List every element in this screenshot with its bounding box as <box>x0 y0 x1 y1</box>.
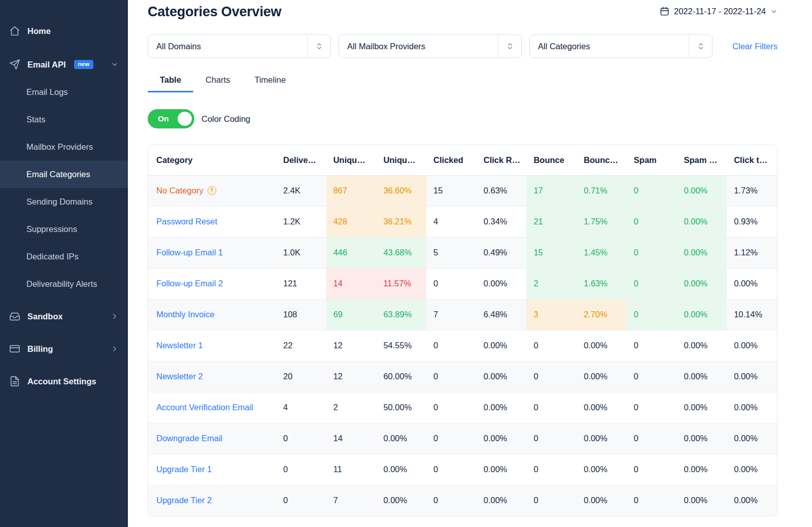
metric-cell: 1.63% <box>577 268 627 299</box>
home-icon <box>9 25 20 37</box>
email-api-subnav: Email Logs Stats Mailbox Providers Email… <box>0 78 128 298</box>
sidebar-item-deliverability-alerts[interactable]: Deliverability Alerts <box>0 270 128 298</box>
tab-charts[interactable]: Charts <box>193 70 243 92</box>
tab-timeline[interactable]: Timeline <box>242 70 298 92</box>
metric-cell: 0.00% <box>727 268 777 299</box>
category-cell: No Category? <box>148 175 276 206</box>
category-link[interactable]: Monthly Invoice <box>156 310 215 319</box>
sidebar-item-account-settings[interactable]: Account Settings <box>0 368 128 395</box>
metric-cell: 0.00% <box>727 330 777 361</box>
sidebar-item-label: Sandbox <box>27 312 63 321</box>
metric-cell: 428 <box>326 206 377 237</box>
sidebar-item-email-categories[interactable]: Email Categories <box>0 160 128 188</box>
mailbox-provider-filter-select[interactable]: All Mailbox Providers <box>339 35 522 58</box>
column-header: Click R… <box>477 145 527 175</box>
category-link[interactable]: Downgrade Email <box>156 434 222 443</box>
category-cell: Password Reset <box>148 206 276 237</box>
category-cell: Newsletter 1 <box>148 330 276 361</box>
metric-cell: 0 <box>526 454 577 485</box>
category-link[interactable]: Account Verification Email <box>156 403 253 412</box>
category-link[interactable]: Upgrade Tier 1 <box>156 465 212 474</box>
metric-cell: 54.55% <box>376 330 426 361</box>
help-icon[interactable]: ? <box>208 186 216 195</box>
sidebar-item-sending-domains[interactable]: Sending Domains <box>0 188 128 215</box>
metric-cell: 0 <box>627 206 677 237</box>
topbar: Categories Overview 2022-11-17 - 2022-11… <box>148 4 777 20</box>
metric-cell: 0 <box>526 361 577 392</box>
sidebar-item-suppressions[interactable]: Suppressions <box>0 215 128 243</box>
metric-cell: 0 <box>276 485 326 516</box>
inbox-icon <box>9 311 20 322</box>
credit-card-icon <box>9 343 20 354</box>
color-coding-label: Color Coding <box>201 114 250 124</box>
metric-cell: 0 <box>526 330 577 361</box>
sidebar-item-email-logs[interactable]: Email Logs <box>0 78 128 106</box>
metric-cell: 0 <box>426 423 477 454</box>
metric-cell: 0.71% <box>577 175 627 206</box>
metric-cell: 0.00% <box>577 454 627 485</box>
metric-cell: 0 <box>526 392 577 423</box>
sidebar-item-label: Email API <box>27 60 66 70</box>
metric-cell: 0.49% <box>477 237 527 268</box>
metric-cell: 0.00% <box>677 268 727 299</box>
domain-filter-select[interactable]: All Domains <box>148 35 331 58</box>
clear-filters-link[interactable]: Clear Filters <box>732 42 777 51</box>
metric-cell: 0.00% <box>677 485 727 516</box>
toggle-knob <box>178 112 192 126</box>
date-range-picker[interactable]: 2022-11-17 - 2022-11-24 <box>660 7 777 16</box>
sidebar-item-dedicated-ips[interactable]: Dedicated IPs <box>0 243 128 270</box>
category-link[interactable]: Newsletter 1 <box>156 341 203 350</box>
table-row: No Category?2.4K86736.60%150.63%170.71%0… <box>148 175 777 206</box>
metric-cell: 0 <box>627 237 677 268</box>
metric-cell: 0.00% <box>477 423 527 454</box>
table-row: Upgrade Tier 2070.00%00.00%00.00%00.00%0… <box>148 485 777 516</box>
chevron-down-icon <box>111 60 119 69</box>
color-coding-toggle[interactable]: On <box>148 109 194 128</box>
metric-cell: 12 <box>326 361 377 392</box>
metric-cell: 0 <box>627 330 677 361</box>
table-row: Upgrade Tier 10110.00%00.00%00.00%00.00%… <box>148 454 777 485</box>
metric-cell: 0.00% <box>727 454 777 485</box>
metric-cell: 1.73% <box>727 175 777 206</box>
metric-cell: 0.00% <box>477 361 527 392</box>
sidebar-item-home[interactable]: Home <box>0 17 128 45</box>
sidebar-item-stats[interactable]: Stats <box>0 106 128 133</box>
metric-cell: 1.45% <box>577 237 627 268</box>
sidebar-item-email-api[interactable]: Email API new <box>0 51 128 78</box>
metric-cell: 108 <box>276 299 326 330</box>
document-icon <box>9 376 20 387</box>
sidebar-item-label: Billing <box>27 344 53 354</box>
metric-cell: 0.00% <box>577 392 627 423</box>
sidebar-item-billing[interactable]: Billing <box>0 335 128 363</box>
category-link[interactable]: Newsletter 2 <box>156 372 203 381</box>
table-row: Downgrade Email0140.00%00.00%00.00%00.00… <box>148 423 777 454</box>
metric-cell: 1.0K <box>276 237 326 268</box>
metric-cell: 0.00% <box>677 299 727 330</box>
metric-cell: 0.00% <box>477 392 527 423</box>
category-filter-select[interactable]: All Categories <box>529 35 713 58</box>
metric-cell: 10.14% <box>727 299 777 330</box>
metric-cell: 63.89% <box>376 299 426 330</box>
category-link[interactable]: No Category <box>156 186 204 195</box>
sidebar-item-sandbox[interactable]: Sandbox <box>0 303 128 330</box>
category-link[interactable]: Follow-up Email 2 <box>156 279 223 288</box>
metric-cell: 60.00% <box>376 361 426 392</box>
metric-cell: 0.00% <box>677 392 727 423</box>
category-cell: Downgrade Email <box>148 423 276 454</box>
metric-cell: 0 <box>426 268 477 299</box>
metric-cell: 0 <box>627 361 677 392</box>
metric-cell: 0.00% <box>376 454 426 485</box>
category-link[interactable]: Upgrade Tier 2 <box>156 496 212 505</box>
metric-cell: 0 <box>276 454 326 485</box>
sidebar-item-mailbox-providers[interactable]: Mailbox Providers <box>0 133 128 160</box>
category-link[interactable]: Password Reset <box>156 217 217 226</box>
domain-filter-value: All Domains <box>156 42 201 51</box>
metric-cell: 0 <box>526 485 577 516</box>
metric-cell: 7 <box>326 485 377 516</box>
tab-table[interactable]: Table <box>148 70 193 92</box>
category-link[interactable]: Follow-up Email 1 <box>156 248 223 257</box>
metric-cell: 14 <box>326 423 377 454</box>
metric-cell: 0.00% <box>376 485 426 516</box>
metric-cell: 0.63% <box>477 175 527 206</box>
chevron-right-icon <box>111 345 119 353</box>
